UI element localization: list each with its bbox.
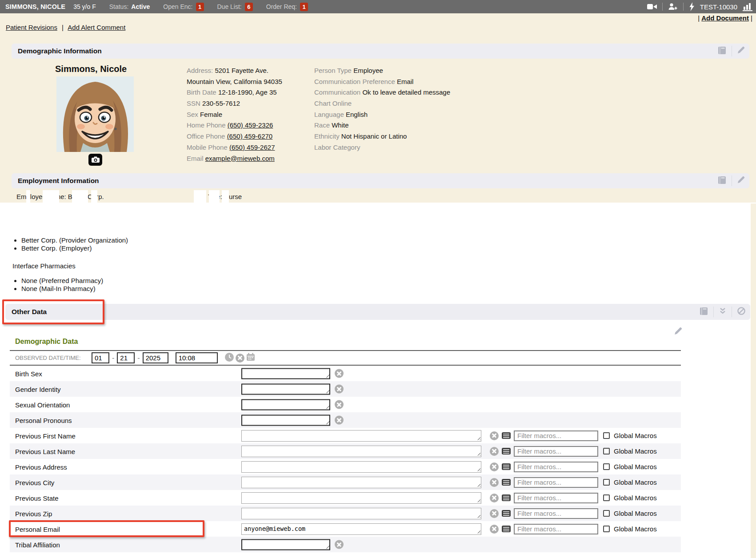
- open-enc-badge[interactable]: 1: [196, 3, 204, 11]
- global-macros-checkbox[interactable]: [603, 463, 610, 470]
- clear-icon[interactable]: [490, 447, 499, 456]
- field-value-link[interactable]: (650) 459-6270: [227, 132, 273, 140]
- macro-list-icon[interactable]: [502, 479, 511, 486]
- field-value-link[interactable]: (650) 459-2326: [228, 121, 273, 129]
- order-req-badge[interactable]: 1: [300, 3, 308, 11]
- lightning-icon[interactable]: [689, 2, 695, 11]
- macro-list-icon[interactable]: [502, 494, 511, 501]
- macro-list-icon[interactable]: [502, 448, 511, 454]
- separator: |: [62, 24, 64, 31]
- table-row: Previous First NameGlobal Macros: [10, 428, 681, 443]
- field-line: Ethnicity Not Hispanic or Latino: [314, 131, 501, 142]
- previous-zip-textarea[interactable]: [241, 508, 481, 519]
- field-line: Chart Online: [314, 98, 501, 109]
- filter-macros-input[interactable]: [514, 524, 598, 534]
- clear-icon[interactable]: [490, 525, 499, 534]
- white-overlay: [43, 190, 59, 203]
- observed-time-input[interactable]: [176, 352, 218, 363]
- clear-icon[interactable]: [490, 431, 499, 440]
- previous-city-label: Previous City: [15, 478, 54, 486]
- patient-revisions-link[interactable]: Patient Revisions: [6, 24, 57, 31]
- textarea-wrap: [241, 477, 481, 488]
- demographic-data-rows: Birth SexGender IdentitySexual Orientati…: [10, 366, 681, 552]
- previous-last-name-textarea[interactable]: [241, 446, 481, 457]
- disable-icon[interactable]: [737, 307, 746, 317]
- observed-year-input[interactable]: [143, 352, 168, 363]
- birth-sex-input[interactable]: [241, 368, 330, 379]
- filter-macros-input[interactable]: [514, 477, 598, 488]
- field-value-link[interactable]: (650) 459-2627: [229, 143, 275, 151]
- clock-icon[interactable]: [225, 353, 234, 363]
- pencil-icon[interactable]: [737, 176, 745, 186]
- book-icon[interactable]: [699, 307, 708, 317]
- personal-pronouns-input[interactable]: [241, 415, 330, 426]
- add-alert-comment-link[interactable]: Add Alert Comment: [68, 24, 125, 31]
- field-label: Address:: [187, 67, 215, 74]
- macro-list-icon[interactable]: [502, 432, 511, 439]
- pencil-icon[interactable]: [737, 46, 745, 56]
- filter-macros-input[interactable]: [514, 446, 598, 457]
- table-row: Previous CityGlobal Macros: [10, 474, 681, 490]
- filter-macros-input[interactable]: [514, 493, 598, 503]
- table-row: Tribal Affiliation: [10, 537, 681, 552]
- clear-icon[interactable]: [335, 416, 344, 425]
- row-controls: [241, 368, 344, 379]
- divider: [732, 307, 732, 317]
- row-controls: Global Macros: [241, 461, 657, 473]
- clear-icon[interactable]: [490, 509, 499, 518]
- global-macros-checkbox[interactable]: [603, 448, 610, 454]
- clear-icon[interactable]: [490, 478, 499, 487]
- macro-list-icon[interactable]: [502, 526, 511, 532]
- input-wrap: [241, 399, 330, 410]
- previous-city-textarea[interactable]: [241, 477, 481, 488]
- personal-email-textarea[interactable]: [241, 523, 481, 535]
- clear-icon[interactable]: [335, 400, 344, 409]
- pencil-icon[interactable]: [674, 327, 682, 337]
- clear-icon[interactable]: [236, 354, 244, 363]
- video-camera-icon[interactable]: [647, 3, 657, 10]
- collapse-chevrons-icon[interactable]: [719, 307, 727, 316]
- previous-address-textarea[interactable]: [241, 461, 481, 473]
- patient-links-row: Patient Revisions | Add Alert Comment: [6, 24, 125, 31]
- observed-day-input[interactable]: [117, 352, 135, 363]
- clear-icon[interactable]: [490, 494, 499, 502]
- clear-icon[interactable]: [490, 462, 499, 471]
- clear-icon[interactable]: [335, 540, 344, 549]
- field-value: White: [332, 121, 348, 129]
- camera-icon[interactable]: [88, 154, 102, 166]
- global-macros-checkbox[interactable]: [603, 479, 610, 486]
- filter-macros-input[interactable]: [514, 508, 598, 519]
- observed-month-input[interactable]: [92, 352, 109, 363]
- macro-list-icon[interactable]: [502, 463, 511, 470]
- macro-list-icon[interactable]: [502, 510, 511, 517]
- bar-chart-icon[interactable]: [743, 3, 752, 11]
- sexual-orientation-input[interactable]: [241, 399, 330, 410]
- global-macros-checkbox[interactable]: [603, 432, 610, 439]
- book-icon[interactable]: [717, 176, 727, 186]
- gender-identity-input[interactable]: [241, 383, 330, 395]
- global-macros-checkbox[interactable]: [603, 510, 610, 517]
- previous-state-textarea[interactable]: [241, 492, 481, 504]
- field-label: Chart Online: [314, 100, 352, 107]
- global-macros-checkbox[interactable]: [603, 494, 610, 501]
- clear-icon[interactable]: [335, 385, 344, 394]
- book-icon[interactable]: [717, 46, 727, 56]
- add-document-link[interactable]: Add Document: [701, 14, 749, 22]
- field-label: Communication: [314, 88, 362, 96]
- add-person-icon[interactable]: [668, 3, 678, 11]
- global-macros-checkbox[interactable]: [603, 526, 610, 532]
- table-row: Gender Identity: [10, 381, 681, 397]
- tribal-affiliation-input[interactable]: [241, 539, 330, 550]
- filter-macros-input[interactable]: [514, 462, 598, 472]
- table-row: Birth Sex: [10, 366, 681, 381]
- calendar-icon[interactable]: [246, 353, 255, 363]
- section-title: Demographic Information: [18, 47, 102, 55]
- due-list-badge[interactable]: 6: [245, 3, 253, 11]
- field-value-link[interactable]: example@mieweb.com: [205, 155, 275, 162]
- filter-macros-input[interactable]: [514, 430, 598, 441]
- input-wrap: [241, 383, 330, 395]
- previous-first-name-textarea[interactable]: [241, 430, 481, 442]
- order-req-label: Order Req:: [266, 3, 297, 10]
- clear-icon[interactable]: [335, 369, 344, 378]
- global-macros-label: Global Macros: [614, 525, 657, 533]
